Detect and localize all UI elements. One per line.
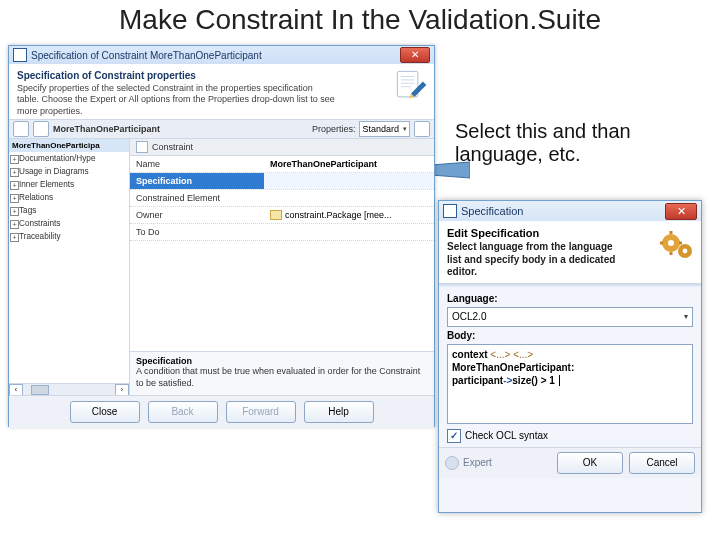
expert-label: Expert <box>463 457 492 468</box>
titlebar[interactable]: Specification ✕ <box>439 201 701 221</box>
titlebar[interactable]: Specification of Constraint MoreThanOneP… <box>9 46 434 64</box>
ocl-expr: size() > 1 <box>512 375 555 386</box>
gears-icon <box>657 225 697 265</box>
app-icon <box>443 204 457 218</box>
property-grid: Constraint Name MoreThanOneParticipant S… <box>130 139 434 395</box>
expert-mode-toggle[interactable]: Expert <box>445 456 492 470</box>
body-editor[interactable]: context <...> <...> MoreThanOneParticipa… <box>447 344 693 424</box>
grid-section-title: Constraint <box>152 142 193 152</box>
window-title: Specification of Constraint MoreThanOneP… <box>31 50 400 61</box>
grid-row-specification[interactable]: Specification <box>130 173 434 190</box>
grid-row-name[interactable]: Name MoreThanOneParticipant <box>130 156 434 173</box>
text-caret <box>556 375 560 386</box>
package-icon <box>270 210 282 220</box>
header-panel: Edit Specification Select language from … <box>439 221 701 284</box>
slide-title: Make Constraint In the Validation.Suite <box>0 4 720 36</box>
tree-node[interactable]: Inner Elements <box>9 178 129 191</box>
language-value: OCL2.0 <box>452 311 486 322</box>
tree-node[interactable]: Constraints <box>9 217 129 230</box>
grid-key: To Do <box>130 224 264 240</box>
grid-value[interactable] <box>264 224 434 240</box>
slide-annotation: Select this and than language, etc. <box>455 120 700 166</box>
forward-button[interactable]: Forward <box>226 401 296 423</box>
header-description: Select language from the language list a… <box>447 241 627 279</box>
dialog-footer: Expert OK Cancel <box>439 447 701 478</box>
scroll-left-icon[interactable]: ‹ <box>9 384 23 395</box>
history-fwd-icon[interactable] <box>33 121 49 137</box>
grid-row-constrained-element[interactable]: Constrained Element <box>130 190 434 207</box>
grid-key: Constrained Element <box>130 190 264 206</box>
header-panel: Specification of Constraint properties S… <box>9 64 434 120</box>
navigation-tree[interactable]: MoreThanOneParticipa Documentation/Hype … <box>9 139 130 395</box>
grid-key: Specification <box>130 173 264 189</box>
section-icon <box>136 141 148 153</box>
ocl-context-name: MoreThanOneParticipant: <box>452 361 688 374</box>
checkbox-icon: ✓ <box>447 429 461 443</box>
close-button[interactable]: Close <box>70 401 140 423</box>
grid-value-text: constraint.Package [mee... <box>285 210 392 220</box>
app-icon <box>13 48 27 62</box>
grid-key: Owner <box>130 207 264 224</box>
back-button[interactable]: Back <box>148 401 218 423</box>
chevron-down-icon: ▾ <box>403 125 407 133</box>
close-button[interactable]: ✕ <box>400 47 430 63</box>
svg-point-9 <box>668 240 674 246</box>
ocl-keyword: context <box>452 349 488 360</box>
ok-button[interactable]: OK <box>557 452 623 474</box>
specification-form: Language: OCL2.0 ▾ Body: context <...> <… <box>439 287 701 447</box>
properties-level-value: Standard <box>362 124 399 134</box>
ocl-op: -> <box>503 375 512 386</box>
window-title: Specification <box>461 205 665 217</box>
svg-point-11 <box>683 249 688 254</box>
ocl-expr: participant <box>452 375 503 386</box>
grid-description-title: Specification <box>136 356 428 366</box>
expert-icon <box>445 456 459 470</box>
scroll-thumb[interactable] <box>31 385 49 395</box>
header-description: Specify properties of the selected Const… <box>17 83 337 117</box>
cancel-button[interactable]: Cancel <box>629 452 695 474</box>
grid-section-header[interactable]: Constraint <box>130 139 434 156</box>
breadcrumb[interactable]: MoreThanOneParticipant <box>53 124 160 134</box>
customize-icon[interactable] <box>414 121 430 137</box>
header-title: Specification of Constraint properties <box>17 70 426 81</box>
grid-row-owner[interactable]: Owner constraint.Package [mee... <box>130 207 434 225</box>
grid-key: Name <box>130 156 264 172</box>
tree-node[interactable]: Traceability <box>9 230 129 243</box>
tree-selected[interactable]: MoreThanOneParticipa <box>9 139 129 152</box>
tree-node[interactable]: Usage in Diagrams <box>9 165 129 178</box>
language-select[interactable]: OCL2.0 ▾ <box>447 307 693 327</box>
body-label: Body: <box>447 330 693 341</box>
properties-label: Properties: <box>312 124 356 134</box>
scroll-right-icon[interactable]: › <box>115 384 129 395</box>
specification-window: Specification of Constraint MoreThanOneP… <box>8 45 435 427</box>
tree-node[interactable]: Relations <box>9 191 129 204</box>
properties-toolbar: MoreThanOneParticipant Properties: Stand… <box>9 120 434 139</box>
button-bar: Close Back Forward Help <box>9 395 434 428</box>
chevron-down-icon: ▾ <box>684 312 688 321</box>
history-back-icon[interactable] <box>13 121 29 137</box>
grid-value[interactable] <box>264 190 434 206</box>
grid-description-body: A condition that must be true when evalu… <box>136 366 428 389</box>
grid-value[interactable]: constraint.Package [mee... <box>264 207 434 224</box>
grid-description-panel: Specification A condition that must be t… <box>130 351 434 395</box>
language-label: Language: <box>447 293 693 304</box>
grid-value[interactable]: MoreThanOneParticipant <box>264 156 434 172</box>
tree-horizontal-scrollbar[interactable]: ‹ › <box>9 383 129 395</box>
grid-value[interactable] <box>264 173 434 189</box>
grid-row-todo[interactable]: To Do <box>130 224 434 241</box>
close-icon: ✕ <box>677 206 686 217</box>
close-button[interactable]: ✕ <box>665 203 697 220</box>
edit-specification-window: Specification ✕ Edit Specification Selec… <box>438 200 702 513</box>
properties-level-select[interactable]: Standard ▾ <box>359 121 410 137</box>
checkbox-label: Check OCL syntax <box>465 430 548 441</box>
tree-node[interactable]: Documentation/Hype <box>9 152 129 165</box>
help-button[interactable]: Help <box>304 401 374 423</box>
tree-node[interactable]: Tags <box>9 204 129 217</box>
document-pencil-icon <box>394 68 428 102</box>
ocl-type: <...> <...> <box>490 349 533 360</box>
close-icon: ✕ <box>411 50 419 60</box>
check-ocl-syntax-checkbox[interactable]: ✓ Check OCL syntax <box>447 429 693 443</box>
